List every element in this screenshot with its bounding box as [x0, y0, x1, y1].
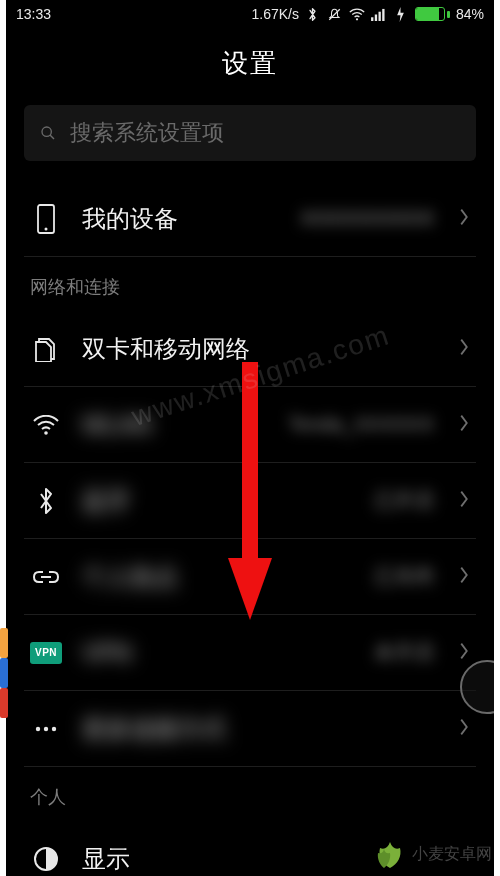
phone-icon — [30, 204, 62, 234]
edge-decoration — [0, 688, 8, 718]
row-label: 显示 — [82, 843, 130, 875]
svg-rect-4 — [379, 11, 381, 20]
section-personal-label: 个人 — [24, 767, 476, 821]
brightness-icon — [30, 846, 62, 872]
wifi-icon — [349, 6, 365, 22]
row-label: 个人热点 — [82, 561, 178, 593]
search-bar[interactable] — [24, 105, 476, 161]
svg-point-9 — [45, 227, 48, 230]
row-wlan[interactable]: WLAN Tenda_XXXXXX — [24, 387, 476, 463]
row-value: XXXXXXXXXX — [198, 207, 438, 230]
edge-decoration — [0, 628, 8, 658]
chevron-right-icon — [458, 412, 470, 438]
row-label: 蓝牙 — [82, 485, 130, 517]
svg-point-13 — [44, 726, 48, 730]
svg-rect-5 — [383, 8, 385, 20]
svg-rect-3 — [375, 14, 377, 21]
bluetooth-icon — [305, 6, 321, 22]
search-icon — [40, 125, 56, 141]
charging-icon — [393, 6, 409, 22]
link-icon — [30, 569, 62, 585]
row-label: 我的设备 — [82, 203, 178, 235]
section-network-label: 网络和连接 — [24, 257, 476, 311]
search-input[interactable] — [70, 120, 460, 146]
chevron-right-icon — [458, 206, 470, 232]
row-value: 已开启 — [150, 487, 438, 514]
svg-line-0 — [330, 9, 341, 20]
svg-point-12 — [36, 726, 40, 730]
edge-decoration — [0, 658, 8, 688]
row-dual-sim[interactable]: 双卡和移动网络 — [24, 311, 476, 387]
more-icon — [30, 725, 62, 733]
row-label: VPN — [82, 639, 131, 667]
settings-screen: 13:33 1.67K/s 84% 设置 — [6, 0, 494, 876]
row-more-connections[interactable]: 更多连接方式 — [24, 691, 476, 767]
status-time: 13:33 — [16, 6, 51, 22]
svg-line-7 — [50, 135, 54, 139]
svg-point-1 — [356, 18, 358, 20]
chevron-right-icon — [458, 564, 470, 590]
settings-list[interactable]: 我的设备 XXXXXXXXXX 网络和连接 双卡和移动网络 WLAN Tenda… — [6, 181, 494, 876]
chevron-right-icon — [458, 488, 470, 514]
row-value: Tenda_XXXXXX — [171, 413, 438, 436]
svg-rect-2 — [372, 17, 374, 21]
svg-point-6 — [42, 127, 51, 136]
status-battery-pct: 84% — [456, 6, 484, 22]
svg-point-10 — [44, 431, 48, 435]
battery-icon — [415, 7, 450, 21]
row-bluetooth[interactable]: 蓝牙 已开启 — [24, 463, 476, 539]
status-netspeed: 1.67K/s — [251, 6, 298, 22]
row-label: 双卡和移动网络 — [82, 333, 250, 365]
row-label: 更多连接方式 — [82, 713, 226, 745]
dnd-icon — [327, 6, 343, 22]
chevron-right-icon — [458, 336, 470, 362]
bluetooth-icon — [30, 487, 62, 515]
status-bar: 13:33 1.67K/s 84% — [6, 0, 494, 28]
page-title: 设置 — [6, 28, 494, 105]
chevron-right-icon — [458, 716, 470, 742]
svg-point-14 — [52, 726, 56, 730]
row-value: 未开启 — [151, 639, 438, 666]
wifi-icon — [30, 415, 62, 435]
vpn-icon: VPN — [30, 642, 62, 664]
chevron-right-icon — [458, 640, 470, 666]
signal-icon — [371, 6, 387, 22]
row-label: WLAN — [82, 411, 151, 439]
row-display[interactable]: 显示 — [24, 821, 476, 876]
row-vpn[interactable]: VPN VPN 未开启 — [24, 615, 476, 691]
row-value: 已关闭 — [198, 563, 438, 590]
sim-icon — [30, 336, 62, 362]
row-my-device[interactable]: 我的设备 XXXXXXXXXX — [24, 181, 476, 257]
row-hotspot[interactable]: 个人热点 已关闭 — [24, 539, 476, 615]
